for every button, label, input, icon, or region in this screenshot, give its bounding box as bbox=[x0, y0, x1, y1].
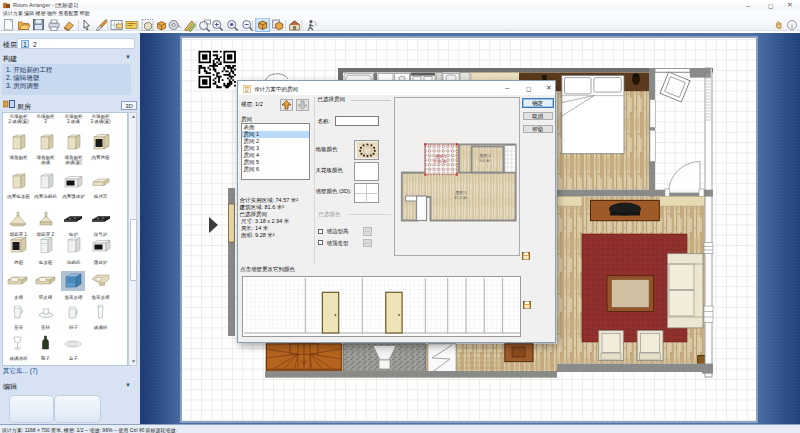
svg-text:9.35 米²: 9.35 米² bbox=[434, 159, 448, 164]
svg-text:9.6 米²: 9.6 米² bbox=[479, 158, 491, 163]
svg-text:i: i bbox=[791, 22, 793, 30]
svg-text:47.2 米²: 47.2 米² bbox=[454, 195, 468, 200]
